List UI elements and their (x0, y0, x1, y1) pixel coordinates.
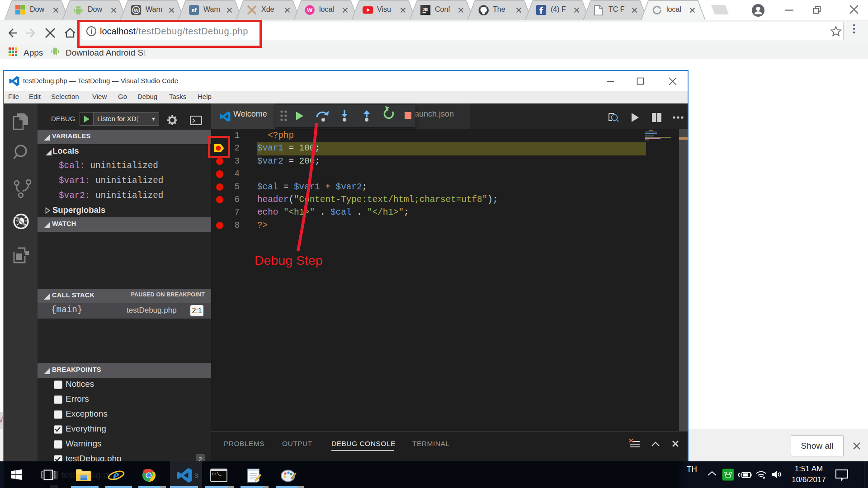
svg-text:sf: sf (192, 7, 197, 14)
svg-text:JB: JB (422, 7, 428, 12)
svg-text:W: W (307, 7, 313, 14)
svg-text:C:\_: C:\_ (212, 472, 222, 477)
svg-text:W: W (134, 8, 139, 13)
svg-text:e: e (113, 467, 119, 483)
